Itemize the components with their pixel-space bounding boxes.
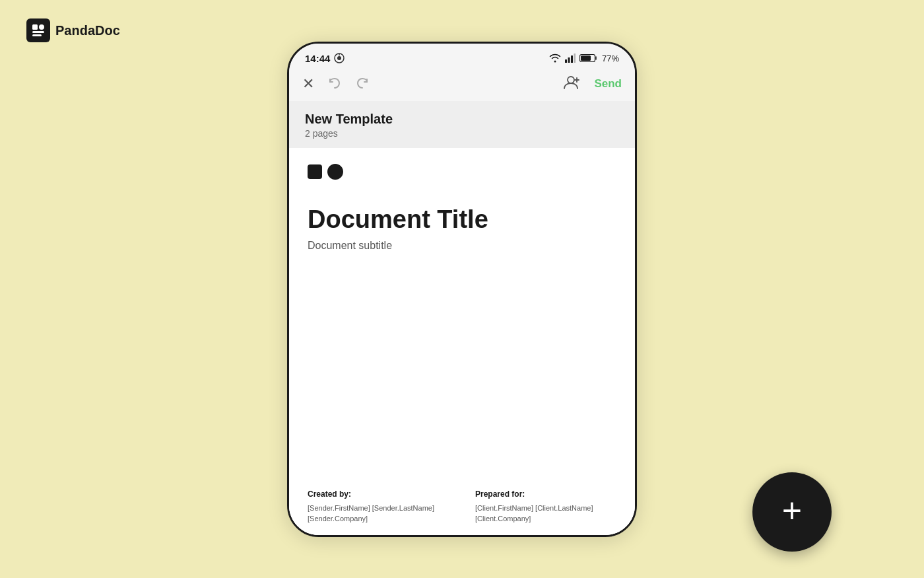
svg-point-5 [337,56,341,60]
navigation-icon [334,53,345,63]
svg-point-1 [39,24,44,30]
footer-prepared-for: Prepared for: [Client.FirstName] [Client… [475,489,616,524]
battery-percent: 77% [602,54,619,63]
svg-rect-3 [32,34,42,36]
toolbar-left: ✕ [302,77,370,91]
logo-shape-square [308,164,322,179]
fab-add-button[interactable]: + [752,472,832,552]
toolbar-right: Send [562,75,622,93]
status-icons: 77% [549,54,619,63]
doc-pages-info: 2 pages [305,128,619,139]
document-main-subtitle[interactable]: Document subtitle [308,240,616,252]
prepared-for-label: Prepared for: [475,489,616,499]
svg-rect-2 [32,31,44,33]
undo-button[interactable] [327,77,342,91]
svg-rect-12 [581,55,591,61]
phone-frame: 14:44 [287,42,637,537]
svg-rect-7 [565,59,567,63]
toolbar: ✕ [289,69,635,101]
created-by-value: [Sender.FirstName] [Sender.LastName][Sen… [308,503,449,524]
signal-icon [565,54,576,63]
logo-icon [26,18,50,42]
svg-point-13 [568,77,574,83]
fab-plus-icon: + [782,493,802,528]
redo-icon [355,77,370,91]
undo-icon [327,77,342,91]
svg-rect-8 [568,57,570,63]
close-button[interactable]: ✕ [302,77,314,91]
svg-rect-0 [32,24,38,30]
document-main-title[interactable]: Document Title [308,206,616,234]
add-person-icon [562,75,581,89]
doc-content: Document Title Document subtitle Created… [289,148,635,535]
send-button[interactable]: Send [594,77,622,90]
doc-logo-row [308,164,616,180]
status-time: 14:44 [305,53,345,64]
svg-rect-9 [571,55,573,63]
logo-shape-circle [327,164,343,180]
wifi-icon [549,54,561,63]
doc-footer: Created by: [Sender.FirstName] [Sender.L… [289,479,635,535]
doc-title: New Template [305,112,619,127]
redo-button[interactable] [355,77,370,91]
pandadoc-logo: PandaDoc [26,18,120,42]
footer-created-by: Created by: [Sender.FirstName] [Sender.L… [308,489,449,524]
logo-text: PandaDoc [55,23,120,38]
add-recipient-button[interactable] [562,75,581,93]
svg-rect-10 [574,54,576,63]
prepared-for-value: [Client.FirstName] [Client.LastName][Cli… [475,503,616,524]
battery-icon [579,54,598,63]
created-by-label: Created by: [308,489,449,499]
doc-header: New Template 2 pages [289,101,635,148]
status-bar: 14:44 [289,44,635,69]
